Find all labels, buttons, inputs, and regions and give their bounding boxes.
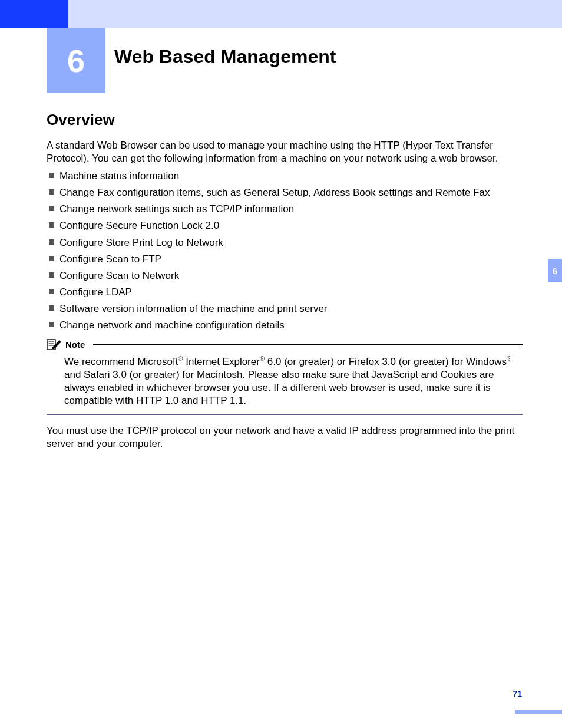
note-text: and Safari 3.0 (or greater) for Macintos…: [64, 369, 494, 406]
note-rule: [93, 344, 523, 345]
note-text: Internet Explorer: [183, 356, 260, 367]
list-item: Change Fax configuration items, such as …: [47, 186, 523, 199]
registered-mark: ®: [260, 355, 265, 362]
note-text: 6.0 (or greater) or Firefox 3.0 (or grea…: [265, 356, 507, 367]
list-item: Configure Secure Function Lock 2.0: [47, 219, 523, 232]
note-pencil-icon: [47, 338, 62, 351]
list-item: Configure LDAP: [47, 286, 523, 299]
list-item: Software version information of the mach…: [47, 302, 523, 315]
side-tab: 6: [548, 259, 562, 282]
chapter-title: Web Based Management: [114, 46, 336, 68]
section-title: Overview: [47, 111, 115, 129]
list-item: Change network and machine configuration…: [47, 319, 523, 332]
registered-mark: ®: [178, 355, 183, 362]
note-text: We recommend Microsoft: [64, 356, 178, 367]
content-area: A standard Web Browser can be used to ma…: [47, 139, 523, 455]
header-band: [68, 0, 562, 28]
list-item: Configure Store Print Log to Network: [47, 236, 523, 249]
header-spine: [0, 0, 68, 28]
note-body: We recommend Microsoft® Internet Explore…: [64, 354, 523, 407]
note-header: Note: [47, 338, 523, 351]
after-note-paragraph: You must use the TCP/IP protocol on your…: [47, 424, 523, 450]
list-item: Machine status information: [47, 170, 523, 183]
intro-paragraph: A standard Web Browser can be used to ma…: [47, 139, 523, 165]
list-item: Change network settings such as TCP/IP i…: [47, 203, 523, 216]
note-label: Note: [65, 340, 85, 350]
list-item: Configure Scan to Network: [47, 269, 523, 282]
chapter-number: 6: [67, 42, 85, 79]
feature-list: Machine status information Change Fax co…: [47, 170, 523, 332]
list-item: Configure Scan to FTP: [47, 253, 523, 266]
registered-mark: ®: [507, 355, 511, 362]
side-tab-number: 6: [553, 266, 557, 276]
page-number: 71: [513, 689, 522, 699]
note-box: Note We recommend Microsoft® Internet Ex…: [47, 338, 523, 415]
footer-strip: [515, 710, 562, 714]
chapter-number-block: 6: [47, 28, 105, 93]
